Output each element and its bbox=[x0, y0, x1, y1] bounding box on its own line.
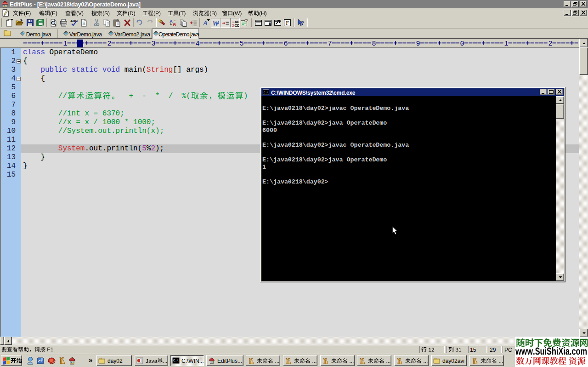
svg-text:9: 9 bbox=[416, 40, 420, 48]
svg-text:2: 2 bbox=[107, 40, 112, 48]
svg-text:7: 7 bbox=[328, 40, 332, 48]
svg-text:0: 0 bbox=[460, 40, 464, 48]
svg-text:3: 3 bbox=[152, 40, 156, 48]
svg-text:C:\: C:\ bbox=[173, 359, 179, 362]
svg-text:4: 4 bbox=[196, 40, 200, 48]
svg-text:8: 8 bbox=[372, 40, 376, 48]
svg-text:2: 2 bbox=[548, 40, 553, 48]
svg-text:1: 1 bbox=[504, 40, 509, 48]
svg-text:1: 1 bbox=[63, 40, 68, 48]
svg-text:C:\: C:\ bbox=[264, 91, 269, 94]
svg-text:6: 6 bbox=[284, 40, 288, 48]
svg-text:5: 5 bbox=[240, 40, 244, 48]
